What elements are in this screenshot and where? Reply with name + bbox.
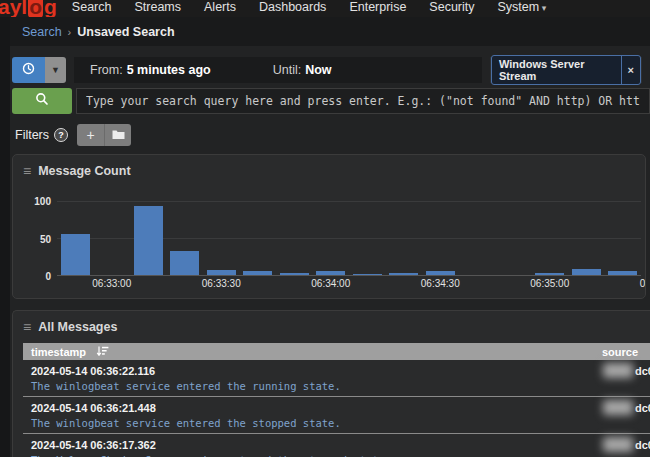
message-source: dc0	[603, 437, 650, 452]
chart-bar-06:35:10[interactable]	[572, 269, 601, 275]
message-count-panel: ≡ Message Count 050100 06:33:0006:33:300…	[12, 154, 646, 299]
drag-handle-icon[interactable]: ≡	[23, 166, 31, 176]
stream-chip[interactable]: Windows Server Stream ×	[491, 55, 641, 85]
redacted-source-blur	[603, 400, 633, 415]
nav-item-security[interactable]: Security	[428, 0, 475, 17]
nav-item-enterprise[interactable]: Enterprise	[348, 0, 407, 17]
x-tick-label: 06:35:30	[640, 278, 646, 289]
message-source: dc0	[603, 363, 650, 378]
clock-icon	[22, 61, 35, 79]
chart-bar-06:34:10[interactable]	[353, 274, 382, 275]
message-timestamp: 2024-05-14 06:36:21.448	[31, 402, 156, 414]
until-value: Now	[305, 63, 331, 77]
stream-filter-box: Windows Server Stream ×	[490, 57, 642, 83]
timerange-button[interactable]	[12, 57, 45, 83]
nav-item-dashboards[interactable]: Dashboards	[258, 0, 327, 17]
message-row[interactable]: 2024-05-14 06:36:17.362dc0The Volume Sha…	[23, 434, 650, 457]
source-visible-text: dc0	[635, 439, 650, 451]
x-tick-label: 06:35:00	[530, 278, 569, 289]
chart-bar-06:33:30[interactable]	[207, 270, 236, 275]
message-text: The winlogbeat service entered the runni…	[31, 380, 650, 392]
nav-item-streams[interactable]: Streams	[133, 0, 182, 17]
from-label: From:	[90, 63, 123, 77]
chart-plot	[57, 201, 641, 276]
stream-chip-close-icon[interactable]: ×	[621, 56, 640, 84]
chart-bar-06:34:00[interactable]	[316, 271, 345, 275]
chart-bar-06:33:20[interactable]	[170, 251, 199, 275]
stream-chip-label: Windows Server Stream	[492, 56, 621, 84]
chevron-down-icon: ▼	[51, 65, 60, 75]
timerange-button-group: ▼	[12, 57, 66, 83]
chart-bar-06:33:50[interactable]	[280, 273, 309, 275]
redacted-source-blur	[603, 363, 633, 378]
filters-help-icon[interactable]: ?	[54, 128, 68, 142]
chart-bar-06:33:10[interactable]	[134, 206, 163, 275]
message-row[interactable]: 2024-05-14 06:36:21.448dc0The winlogbeat…	[23, 397, 650, 434]
drag-handle-icon[interactable]: ≡	[23, 322, 31, 332]
x-tick-label: 06:33:00	[92, 278, 131, 289]
from-value: 5 minutes ago	[127, 63, 211, 77]
search-query-input[interactable]	[76, 88, 650, 114]
filters-row: Filters ? +	[12, 124, 650, 146]
nav-item-search[interactable]: Search	[71, 0, 113, 17]
y-tick-label: 50	[40, 233, 51, 244]
chart-bar-06:34:20[interactable]	[389, 273, 418, 275]
timerange-dropdown-button[interactable]: ▼	[45, 57, 66, 83]
x-tick-label: 06:33:30	[202, 278, 241, 289]
search-submit-button[interactable]	[12, 88, 72, 114]
filters-label: Filters	[15, 128, 49, 142]
redacted-source-blur	[603, 437, 633, 452]
left-edge-strip	[0, 17, 10, 457]
message-timestamp: 2024-05-14 06:36:17.362	[31, 439, 156, 451]
until-label: Until:	[273, 63, 301, 77]
source-column-header[interactable]: source	[602, 346, 638, 358]
x-tick-label: 06:34:00	[311, 278, 350, 289]
source-visible-text: dc0	[635, 402, 650, 414]
messages-table-body: 2024-05-14 06:36:22.116dc0The winlogbeat…	[23, 360, 650, 457]
y-tick-label: 0	[45, 271, 51, 282]
chart-y-axis: 050100	[23, 201, 51, 276]
messages-table: timestamp source 2024-05-14 06:36:22.116…	[23, 343, 650, 457]
top-navigation: aylog SearchStreamsAlertsDashboardsEnter…	[0, 0, 650, 17]
all-messages-title: All Messages	[38, 320, 117, 334]
message-source: dc0	[603, 400, 650, 415]
graylog-logo[interactable]: aylog	[0, 0, 57, 16]
nav-item-system[interactable]: System ▾	[497, 0, 548, 17]
all-messages-panel: ≡ All Messages timestamp source 2024-05-…	[12, 310, 650, 457]
chart-bar-06:32:50[interactable]	[61, 234, 90, 275]
gridline-100	[57, 201, 641, 202]
nav-items: SearchStreamsAlertsDashboardsEnterpriseS…	[71, 0, 568, 17]
breadcrumb-separator: ›	[68, 26, 72, 38]
breadcrumb-search-link[interactable]: Search	[22, 25, 62, 39]
chart-bar-06:33:40[interactable]	[243, 271, 272, 275]
messages-table-header: timestamp source	[23, 343, 650, 360]
chart-x-ticks: 06:33:0006:33:3006:34:0006:34:3006:35:00…	[57, 278, 641, 292]
message-timestamp: 2024-05-14 06:36:22.116	[31, 365, 155, 377]
timerange-display[interactable]: From: 5 minutes ago Until: Now	[74, 57, 482, 83]
nav-item-alerts[interactable]: Alerts	[203, 0, 237, 17]
search-bar-section: ▼ From: 5 minutes ago Until: Now Windows…	[12, 46, 650, 146]
message-text: The winlogbeat service entered the stopp…	[31, 417, 650, 429]
logo-o-mark: o	[28, 0, 43, 17]
source-visible-text: dc0	[635, 365, 650, 377]
y-tick-label: 100	[34, 196, 51, 207]
breadcrumb: Search › Unsaved Search	[0, 17, 650, 46]
search-icon	[35, 92, 49, 110]
chart-bar-06:34:30[interactable]	[426, 271, 455, 275]
message-count-title: Message Count	[38, 164, 130, 178]
sort-descending-icon[interactable]	[96, 346, 109, 357]
message-row[interactable]: 2024-05-14 06:36:22.116dc0The winlogbeat…	[23, 360, 650, 397]
chevron-down-icon: ▾	[539, 3, 546, 13]
filter-buttons: +	[77, 124, 131, 146]
chart-bar-06:35:00[interactable]	[535, 273, 564, 275]
add-filter-button[interactable]: +	[77, 124, 104, 146]
chart-bar-06:35:20[interactable]	[608, 271, 637, 275]
breadcrumb-current: Unsaved Search	[77, 25, 174, 39]
message-count-chart: 050100 06:33:0006:33:3006:34:0006:34:300…	[23, 192, 645, 292]
x-tick-label: 06:34:30	[421, 278, 460, 289]
saved-filters-button[interactable]	[104, 124, 131, 146]
folder-icon	[112, 127, 125, 143]
timestamp-column-header[interactable]: timestamp	[31, 346, 86, 358]
